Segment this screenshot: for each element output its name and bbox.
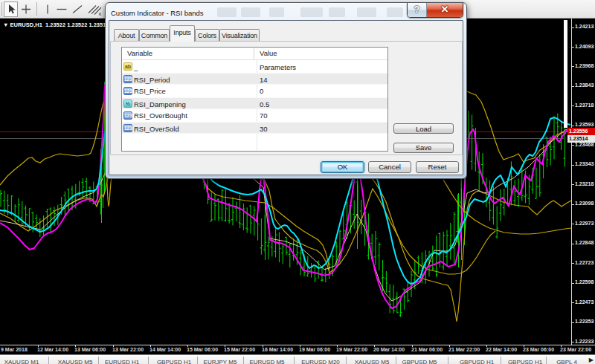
svg-text:€: € [99,12,102,16]
